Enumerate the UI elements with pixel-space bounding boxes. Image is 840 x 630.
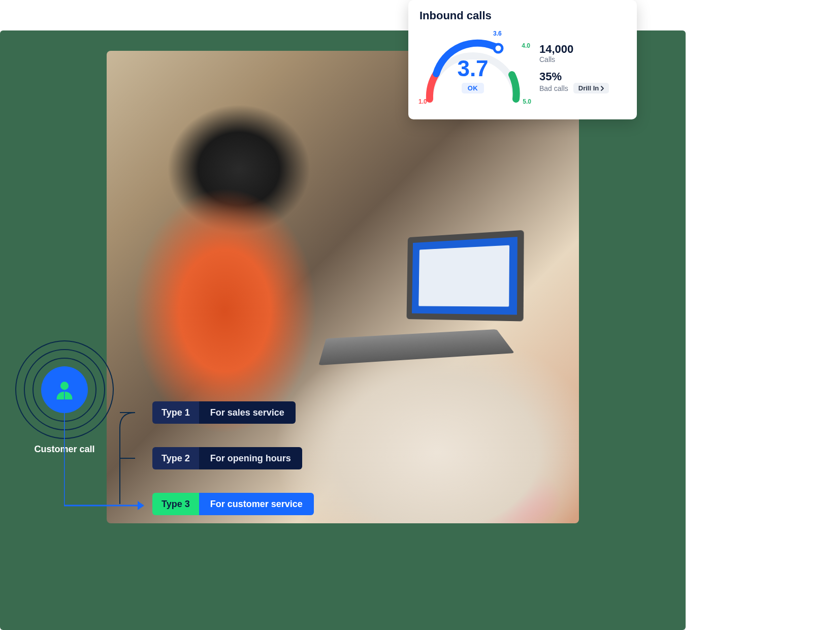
call-type-3-tag: Type 3 [152,493,199,515]
gauge-status-badge: OK [462,83,484,93]
svg-point-0 [494,44,502,52]
stat-bad-label: Bad calls [539,84,568,92]
gauge-tick-min: 1.0 [418,98,427,105]
inbound-calls-card: Inbound calls 3.7 OK 1.0 3.6 4.0 5 [408,0,637,119]
customer-call-avatar [41,366,88,413]
call-type-1-tag: Type 1 [152,401,199,424]
gauge-tick-mark: 3.6 [493,30,502,37]
call-type-2-desc: For opening hours [199,447,302,469]
call-type-1-desc: For sales service [199,401,296,424]
gauge-tick-upper: 4.0 [522,42,530,49]
stat-bad-value: 35% [539,71,609,83]
call-type-2-tag: Type 2 [152,447,199,469]
user-icon [53,378,76,401]
call-type-3-desc: For customer service [199,493,314,515]
customer-call-badge: Customer call [15,340,114,455]
gauge-value: 3.7 [419,57,526,80]
gauge-tick-max: 5.0 [523,98,531,105]
stat-calls-value: 14,000 [539,43,609,55]
call-type-3-chip[interactable]: Type 3 For customer service [152,493,314,515]
stat-calls-label: Calls [539,55,609,64]
drill-in-label: Drill In [578,84,599,92]
call-type-1-chip[interactable]: Type 1 For sales service [152,401,296,424]
svg-point-1 [60,382,69,390]
customer-call-label: Customer call [15,444,114,455]
gauge-chart: 3.7 OK 1.0 3.6 4.0 5.0 [419,28,526,109]
chevron-right-icon [600,86,605,91]
drill-in-button[interactable]: Drill In [573,83,609,93]
card-title: Inbound calls [419,9,626,22]
stat-calls: 14,000 Calls [539,43,609,64]
stat-badcalls: 35% Bad calls Drill In [539,71,609,93]
call-type-2-chip[interactable]: Type 2 For opening hours [152,447,302,469]
laptop-illustration [345,234,523,366]
